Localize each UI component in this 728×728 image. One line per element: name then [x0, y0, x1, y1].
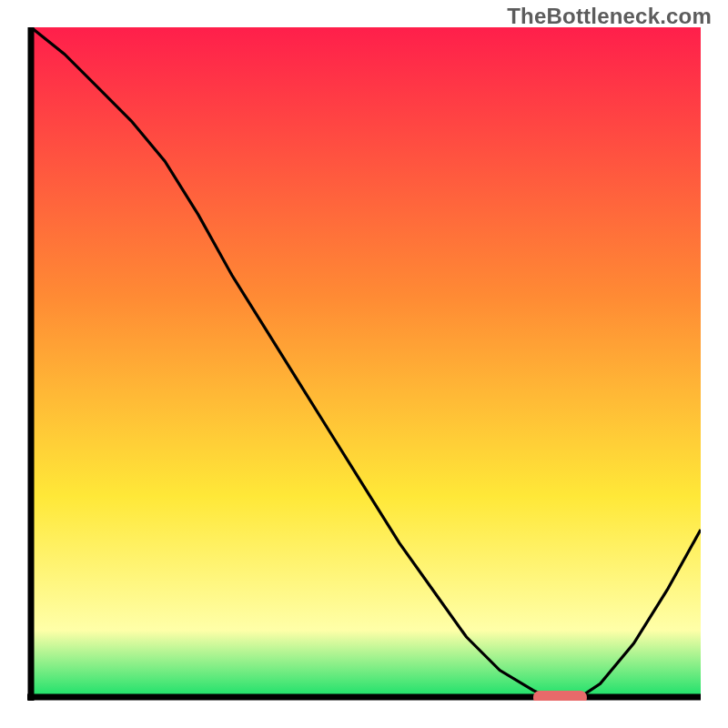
page-root: TheBottleneck.com	[0, 0, 728, 728]
plot-area	[27, 27, 701, 701]
watermark-text: TheBottleneck.com	[507, 4, 712, 29]
optimal-region-marker	[533, 691, 587, 701]
bottleneck-chart	[27, 27, 701, 701]
chart-background-gradient	[31, 27, 701, 697]
